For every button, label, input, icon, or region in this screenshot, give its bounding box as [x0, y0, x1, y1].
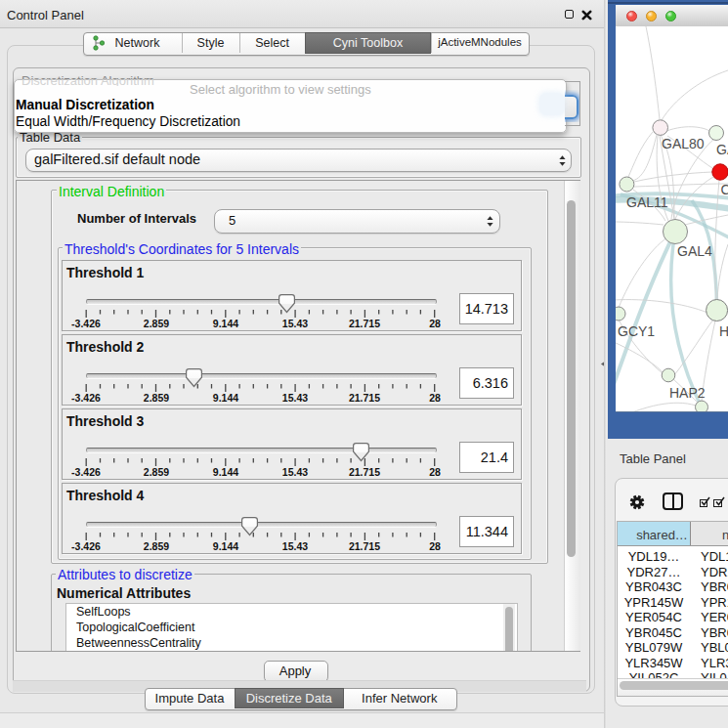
svg-text:HAP2: HAP2 [669, 385, 706, 401]
svg-text:GAL4: GAL4 [677, 243, 712, 259]
svg-text:GA: GA [716, 142, 728, 157]
svg-text:GCY1: GCY1 [618, 323, 655, 339]
svg-text:GAL80: GAL80 [662, 136, 705, 151]
svg-text:CY: CY [721, 182, 728, 197]
svg-text:HA: HA [719, 323, 728, 339]
svg-text:GAL11: GAL11 [626, 194, 668, 210]
